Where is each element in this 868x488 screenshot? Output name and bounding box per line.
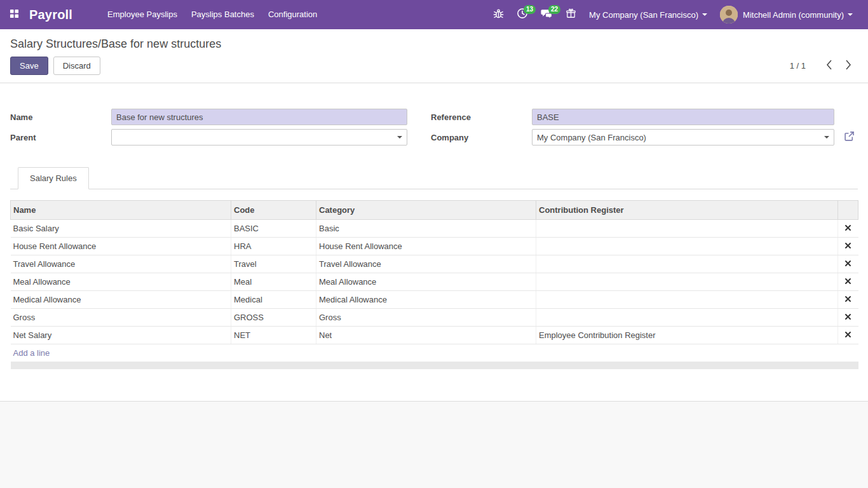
- table-row: Travel Allowance Travel Travel Allowance: [11, 255, 858, 273]
- breadcrumb: Salary Structures/Base for new structure…: [0, 29, 868, 55]
- top-navbar: Payroll Employee Payslips Payslips Batch…: [0, 0, 868, 29]
- cell-category[interactable]: Travel Allowance: [316, 255, 536, 273]
- cell-name[interactable]: Net Salary: [11, 327, 231, 344]
- cell-category[interactable]: Gross: [316, 309, 536, 327]
- company-select[interactable]: My Company (San Francisco): [532, 129, 834, 146]
- systray: 13 22 My Company (San Franci: [487, 0, 859, 29]
- pager-next-button[interactable]: [839, 59, 858, 73]
- table-row: Basic Salary BASIC Basic: [11, 220, 858, 238]
- table-row: Medical Allowance Medical Medical Allowa…: [11, 291, 858, 309]
- column-header-category[interactable]: Category: [316, 201, 536, 220]
- delete-row-button[interactable]: [838, 238, 858, 255]
- salary-rules-table: Name Code Category Contribution Register…: [10, 200, 858, 369]
- chevron-down-icon: [702, 13, 707, 16]
- cell-register[interactable]: Employee Contribution Register: [536, 327, 838, 344]
- cell-register[interactable]: [536, 220, 838, 238]
- cell-register[interactable]: [536, 309, 838, 327]
- cell-code[interactable]: Medical: [231, 291, 316, 309]
- menu-item-configuration[interactable]: Configuration: [261, 0, 324, 29]
- control-panel: Save Discard 1 / 1: [0, 55, 868, 83]
- menu-item-payslips-batches[interactable]: Payslips Batches: [184, 0, 261, 29]
- chevron-left-icon: [825, 59, 833, 73]
- breadcrumb-parent-link[interactable]: Salary Structures: [10, 37, 98, 50]
- cell-register[interactable]: [536, 255, 838, 273]
- form-sheet: Name Parent Reference: [0, 83, 868, 401]
- reference-field-label: Reference: [431, 112, 532, 122]
- table-row: House Rent Allowance HRA House Rent Allo…: [11, 238, 858, 255]
- bug-icon: [493, 8, 504, 22]
- save-button[interactable]: Save: [10, 57, 48, 75]
- pager: 1 / 1: [790, 59, 858, 73]
- name-field-label: Name: [10, 112, 111, 122]
- cell-register[interactable]: [536, 273, 838, 291]
- cell-category[interactable]: Meal Allowance: [316, 273, 536, 291]
- cell-name[interactable]: Medical Allowance: [11, 291, 231, 309]
- cell-category[interactable]: Net: [316, 327, 536, 344]
- column-header-name[interactable]: Name: [11, 201, 231, 220]
- delete-row-button[interactable]: [838, 309, 858, 327]
- name-input[interactable]: [111, 109, 407, 125]
- table-row: Gross GROSS Gross: [11, 309, 858, 327]
- cell-register[interactable]: [536, 238, 838, 255]
- external-link-icon: [844, 131, 855, 144]
- chevron-down-icon: [848, 13, 853, 16]
- cell-code[interactable]: NET: [231, 327, 316, 344]
- cell-category[interactable]: House Rent Allowance: [316, 238, 536, 255]
- table-row: Net Salary NET Net Employee Contribution…: [11, 327, 858, 344]
- table-footer-strip: [11, 362, 858, 369]
- page-background: [0, 401, 868, 488]
- column-header-delete: [838, 201, 858, 220]
- messages-button[interactable]: 22: [534, 0, 559, 29]
- gift-icon: [566, 8, 576, 22]
- table-row: Meal Allowance Meal Meal Allowance: [11, 273, 858, 291]
- rewards-button[interactable]: [559, 0, 583, 29]
- user-menu-label: Mitchell Admin (community): [743, 10, 844, 20]
- user-avatar: [720, 6, 738, 24]
- company-switcher[interactable]: My Company (San Francisco): [583, 0, 714, 29]
- add-line-row: Add a line: [11, 344, 858, 362]
- cell-name[interactable]: Meal Allowance: [11, 273, 231, 291]
- delete-row-button[interactable]: [838, 255, 858, 273]
- pager-previous-button[interactable]: [820, 59, 839, 73]
- cell-category[interactable]: Basic: [316, 220, 536, 238]
- column-header-register[interactable]: Contribution Register: [536, 201, 838, 220]
- reference-input[interactable]: [532, 109, 834, 125]
- company-select-value: My Company (San Francisco): [537, 133, 646, 142]
- parent-select[interactable]: [111, 129, 407, 146]
- cell-code[interactable]: Meal: [231, 273, 316, 291]
- user-menu[interactable]: Mitchell Admin (community): [714, 0, 859, 29]
- open-record-button[interactable]: [844, 131, 855, 144]
- company-field-label: Company: [431, 133, 532, 142]
- cell-code[interactable]: HRA: [231, 238, 316, 255]
- add-a-line-link[interactable]: Add a line: [13, 348, 50, 358]
- parent-field-label: Parent: [10, 133, 111, 142]
- tab-salary-rules[interactable]: Salary Rules: [18, 167, 89, 189]
- cell-name[interactable]: Gross: [11, 309, 231, 327]
- company-switcher-label: My Company (San Francisco): [589, 10, 698, 20]
- activities-button[interactable]: 13: [510, 0, 534, 29]
- cell-name[interactable]: House Rent Allowance: [11, 238, 231, 255]
- cell-code[interactable]: GROSS: [231, 309, 316, 327]
- delete-row-button[interactable]: [838, 220, 858, 238]
- apps-grid-icon: [10, 9, 19, 21]
- cell-name[interactable]: Travel Allowance: [11, 255, 231, 273]
- menu-item-employee-payslips[interactable]: Employee Payslips: [100, 0, 184, 29]
- form-fields: Name Parent Reference: [10, 109, 858, 149]
- pager-value[interactable]: 1 / 1: [790, 61, 806, 71]
- delete-row-button[interactable]: [838, 273, 858, 291]
- delete-row-button[interactable]: [838, 291, 858, 309]
- top-menu: Employee Payslips Payslips Batches Confi…: [100, 0, 324, 29]
- cell-code[interactable]: BASIC: [231, 220, 316, 238]
- cell-register[interactable]: [536, 291, 838, 309]
- debug-mode-button[interactable]: [487, 0, 510, 29]
- chevron-right-icon: [844, 59, 852, 73]
- delete-row-button[interactable]: [838, 327, 858, 344]
- cell-name[interactable]: Basic Salary: [11, 220, 231, 238]
- caret-down-icon: [824, 136, 829, 139]
- apps-menu-button[interactable]: [0, 0, 28, 29]
- cell-category[interactable]: Medical Allowance: [316, 291, 536, 309]
- cell-code[interactable]: Travel: [231, 255, 316, 273]
- discard-button[interactable]: Discard: [53, 57, 100, 75]
- column-header-code[interactable]: Code: [231, 201, 316, 220]
- notebook-tabs: Salary Rules: [10, 167, 858, 189]
